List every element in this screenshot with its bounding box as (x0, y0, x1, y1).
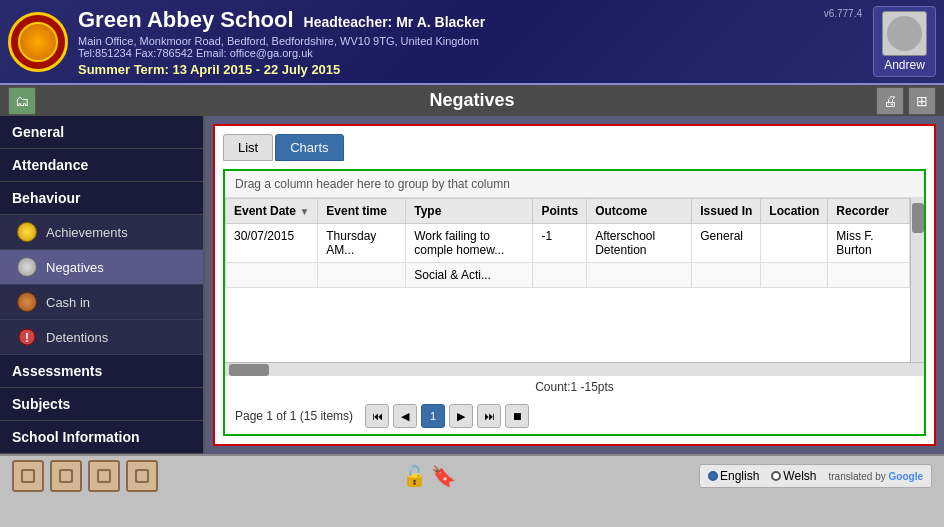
sort-arrow-event-date: ▼ (299, 206, 309, 217)
version-label: v6.777.4 (824, 8, 862, 19)
cashin-icon (16, 291, 38, 313)
cell-type: Work failing to comple homew... (406, 224, 533, 263)
footer-icon-2[interactable] (50, 460, 82, 492)
tab-charts[interactable]: Charts (275, 134, 343, 161)
cell-event-time: Thursday AM... (318, 224, 406, 263)
english-option[interactable]: English (708, 469, 759, 483)
pagination: Page 1 of 1 (15 items) ⏮ ◀ 1 ▶ ⏭ ⏹ (225, 398, 924, 434)
cell-recorder-2 (828, 263, 910, 288)
cell-points: -1 (533, 224, 587, 263)
footer-icon-4[interactable] (126, 460, 158, 492)
school-address: Main Office, Monkmoor Road, Bedford, Bed… (78, 35, 873, 47)
scroll-thumb[interactable] (912, 203, 924, 233)
lock-icon[interactable]: 🔓 (402, 464, 427, 488)
scroll-thumb-horizontal[interactable] (229, 364, 269, 376)
google-label: Google (889, 471, 923, 482)
sidebar-item-school-information[interactable]: School Information (0, 421, 203, 454)
sidebar-item-subjects[interactable]: Subjects (0, 388, 203, 421)
footer-icon-1[interactable] (12, 460, 44, 492)
cell-outcome-2 (587, 263, 692, 288)
folder-icon-btn[interactable]: 🗂 (8, 87, 36, 115)
col-location[interactable]: Location (761, 199, 828, 224)
cell-location (761, 224, 828, 263)
user-panel[interactable]: Andrew (873, 6, 936, 77)
negatives-icon (16, 256, 38, 278)
school-contact: Tel:851234 Fax:786542 Email: office@ga.o… (78, 47, 873, 59)
cell-event-date: 30/07/2015 (226, 224, 318, 263)
cell-event-time-2 (318, 263, 406, 288)
english-label: English (720, 469, 759, 483)
sidebar-item-general[interactable]: General (0, 116, 203, 149)
svg-rect-3 (23, 471, 33, 481)
vertical-scrollbar[interactable] (910, 198, 924, 362)
user-name: Andrew (884, 58, 925, 72)
svg-rect-7 (99, 471, 109, 481)
top-bar: 🗂 Negatives 🖨 ⊞ (0, 85, 944, 116)
lock-area: 🔓 🔖 (402, 464, 456, 488)
sidebar-item-assessments[interactable]: Assessments (0, 355, 203, 388)
col-issued-in[interactable]: Issued In (692, 199, 761, 224)
page-info: Page 1 of 1 (15 items) (235, 409, 353, 423)
col-event-date[interactable]: Event Date ▼ (226, 199, 318, 224)
translated-by-text: translated by Google (828, 471, 923, 482)
tab-list[interactable]: List (223, 134, 273, 161)
bookmark-icon[interactable]: 🔖 (431, 464, 456, 488)
sidebar-item-cashin[interactable]: Cash in (0, 285, 203, 320)
group-bar: Drag a column header here to group by th… (225, 171, 924, 198)
footer-icon-3[interactable] (88, 460, 120, 492)
footer: 🔓 🔖 English Welsh translated by Google (0, 454, 944, 496)
school-info: Green Abbey School Headteacher: Mr A. Bl… (78, 7, 873, 77)
prev-page-button[interactable]: ◀ (393, 404, 417, 428)
language-switcher: English Welsh translated by Google (699, 464, 932, 488)
expand-button[interactable]: ⊞ (908, 87, 936, 115)
school-logo (8, 12, 68, 72)
sidebar-item-negatives[interactable]: Negatives (0, 250, 203, 285)
col-type[interactable]: Type (406, 199, 533, 224)
last-page-button[interactable]: ⏭ (477, 404, 501, 428)
table-row: Social & Acti... (226, 263, 910, 288)
welsh-radio[interactable] (771, 471, 781, 481)
sidebar-item-attendance[interactable]: Attendance (0, 149, 203, 182)
cell-event-date-2 (226, 263, 318, 288)
next-page-button[interactable]: ▶ (449, 404, 473, 428)
col-outcome[interactable]: Outcome (587, 199, 692, 224)
cell-issued-in-2 (692, 263, 761, 288)
table-container: Drag a column header here to group by th… (223, 169, 926, 436)
headteacher: Headteacher: Mr A. Blacker (304, 14, 486, 30)
school-name: Green Abbey School (78, 7, 294, 33)
table-row: 30/07/2015 Thursday AM... Work failing t… (226, 224, 910, 263)
school-term: Summer Term: 13 April 2015 - 22 July 201… (78, 62, 873, 77)
sidebar-item-achievements[interactable]: Achievements (0, 215, 203, 250)
sidebar: General Attendance Behaviour Achievement… (0, 116, 205, 454)
data-table-scroll[interactable]: Event Date ▼ Event time Type Points Outc… (225, 198, 910, 362)
achievements-icon (16, 221, 38, 243)
first-page-button[interactable]: ⏮ (365, 404, 389, 428)
sidebar-item-detentions[interactable]: ! Detentions (0, 320, 203, 355)
english-radio[interactable] (708, 471, 718, 481)
count-bar: Count:1 -15pts (225, 376, 924, 398)
page-title: Negatives (429, 90, 514, 111)
welsh-label: Welsh (783, 469, 816, 483)
data-table: Event Date ▼ Event time Type Points Outc… (225, 198, 910, 288)
stop-button[interactable]: ⏹ (505, 404, 529, 428)
print-button[interactable]: 🖨 (876, 87, 904, 115)
svg-rect-9 (137, 471, 147, 481)
cell-outcome: Afterschool Detention (587, 224, 692, 263)
cell-points-2 (533, 263, 587, 288)
welsh-option[interactable]: Welsh (771, 469, 816, 483)
cell-location-2 (761, 263, 828, 288)
detentions-icon: ! (16, 326, 38, 348)
col-recorder[interactable]: Recorder (828, 199, 910, 224)
sidebar-item-behaviour[interactable]: Behaviour (0, 182, 203, 215)
current-page-button[interactable]: 1 (421, 404, 445, 428)
col-points[interactable]: Points (533, 199, 587, 224)
svg-rect-5 (61, 471, 71, 481)
footer-icons (12, 460, 158, 492)
tabs: List Charts (223, 134, 926, 161)
user-avatar (882, 11, 927, 56)
col-event-time[interactable]: Event time (318, 199, 406, 224)
horizontal-scrollbar[interactable] (225, 362, 924, 376)
svg-text:!: ! (25, 331, 29, 345)
cell-type-2: Social & Acti... (406, 263, 533, 288)
cell-issued-in: General (692, 224, 761, 263)
